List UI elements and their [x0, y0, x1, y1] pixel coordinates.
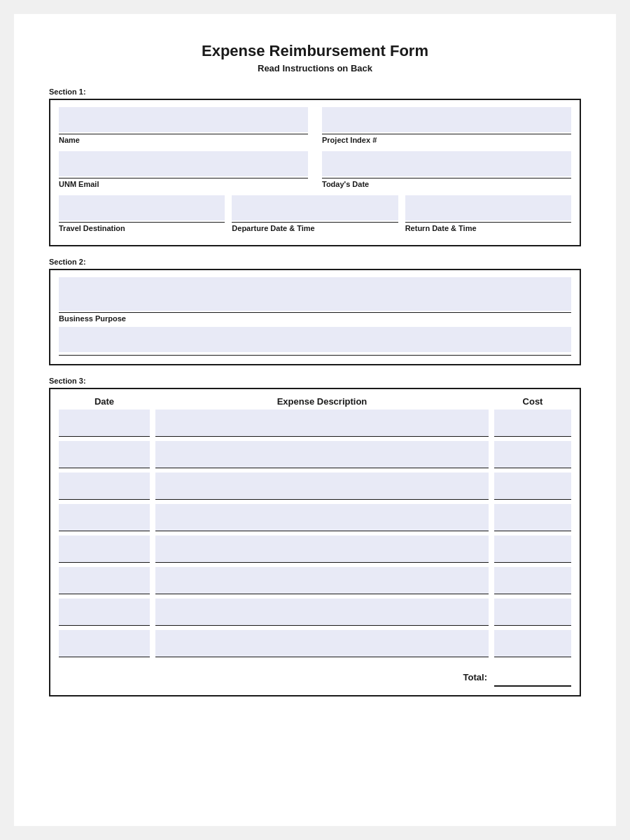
- section2-label: Section 2:: [49, 258, 581, 266]
- date-input[interactable]: [59, 567, 150, 594]
- unm-email-label: UNM Email: [59, 178, 308, 188]
- section1-label: Section 1:: [49, 88, 581, 96]
- description-input[interactable]: [155, 504, 489, 531]
- form-subtitle: Read Instructions on Back: [49, 63, 581, 74]
- section3-label: Section 3:: [49, 377, 581, 385]
- description-cell: [155, 410, 489, 441]
- todays-date-label: Today's Date: [322, 178, 571, 188]
- section2-box: Business Purpose: [49, 269, 581, 365]
- cost-input[interactable]: [494, 567, 571, 594]
- departure-label: Departure Date & Time: [232, 222, 398, 232]
- date-cell: [59, 598, 150, 630]
- business-purpose-label: Business Purpose: [59, 312, 571, 323]
- cost-input[interactable]: [494, 504, 571, 531]
- cost-input[interactable]: [494, 441, 571, 468]
- description-input[interactable]: [155, 536, 489, 562]
- name-input[interactable]: [59, 107, 308, 132]
- table-row: [59, 567, 571, 598]
- date-input[interactable]: [59, 536, 150, 562]
- total-label: Total:: [463, 672, 487, 682]
- date-input[interactable]: [59, 410, 150, 436]
- return-label: Return Date & Time: [405, 222, 571, 232]
- description-cell: [155, 472, 489, 504]
- cost-cell: [494, 536, 571, 567]
- section3-header: Date Expense Description Cost: [59, 396, 571, 407]
- table-row: [59, 504, 571, 536]
- return-field-group: Return Date & Time: [405, 195, 571, 237]
- date-cell: [59, 536, 150, 567]
- date-input[interactable]: [59, 504, 150, 531]
- cost-input[interactable]: [494, 536, 571, 562]
- cost-input[interactable]: [494, 630, 571, 657]
- date-cell: [59, 472, 150, 504]
- travel-destination-field-group: Travel Destination: [59, 195, 225, 237]
- business-purpose-input-bottom[interactable]: [59, 327, 571, 352]
- cost-input[interactable]: [494, 598, 571, 625]
- expense-description-header: Expense Description: [150, 396, 494, 407]
- description-cell: [155, 504, 489, 536]
- cost-input[interactable]: [494, 472, 571, 499]
- description-input[interactable]: [155, 472, 489, 499]
- table-row: [59, 536, 571, 567]
- section1-box: Name Project Index # UNM Email Today's D…: [49, 99, 581, 246]
- cost-input[interactable]: [494, 410, 571, 436]
- description-cell: [155, 441, 489, 472]
- cost-cell: [494, 410, 571, 441]
- travel-destination-label: Travel Destination: [59, 222, 225, 232]
- table-row: [59, 472, 571, 504]
- departure-input[interactable]: [232, 195, 398, 220]
- date-cell: [59, 410, 150, 441]
- table-row: [59, 441, 571, 472]
- travel-destination-input[interactable]: [59, 195, 225, 220]
- cost-header: Cost: [494, 396, 571, 407]
- total-row: Total:: [59, 667, 571, 687]
- description-input[interactable]: [155, 441, 489, 468]
- description-cell: [155, 630, 489, 662]
- date-cell: [59, 504, 150, 536]
- date-cell: [59, 441, 150, 472]
- table-row: [59, 410, 571, 441]
- cost-cell: [494, 441, 571, 472]
- form-title: Expense Reimbursement Form: [49, 42, 581, 60]
- date-input[interactable]: [59, 472, 150, 499]
- description-cell: [155, 567, 489, 598]
- project-index-input[interactable]: [322, 107, 571, 132]
- date-cell: [59, 630, 150, 662]
- business-purpose-input-top[interactable]: [59, 277, 571, 311]
- description-cell: [155, 598, 489, 630]
- section1-row3: Travel Destination Departure Date & Time…: [59, 195, 571, 237]
- name-field-group: Name: [59, 107, 308, 148]
- table-row: [59, 598, 571, 630]
- project-index-field-group: Project Index #: [322, 107, 571, 148]
- description-input[interactable]: [155, 630, 489, 657]
- unm-email-input[interactable]: [59, 151, 308, 176]
- section1-row2: UNM Email Today's Date: [59, 151, 571, 192]
- cost-cell: [494, 504, 571, 536]
- section2-inner: Business Purpose: [59, 277, 571, 356]
- cost-cell: [494, 630, 571, 662]
- cost-cell: [494, 598, 571, 630]
- description-input[interactable]: [155, 598, 489, 625]
- description-cell: [155, 536, 489, 567]
- date-cell: [59, 567, 150, 598]
- date-input[interactable]: [59, 441, 150, 468]
- cost-cell: [494, 472, 571, 504]
- expense-rows-container: [59, 410, 571, 662]
- todays-date-input[interactable]: [322, 151, 571, 176]
- todays-date-field-group: Today's Date: [322, 151, 571, 192]
- table-row: [59, 630, 571, 662]
- total-input[interactable]: [494, 667, 571, 687]
- project-index-label: Project Index #: [322, 134, 571, 144]
- section3-box: Date Expense Description Cost Total:: [49, 388, 581, 696]
- date-input[interactable]: [59, 598, 150, 625]
- unm-email-field-group: UNM Email: [59, 151, 308, 192]
- description-input[interactable]: [155, 410, 489, 436]
- departure-field-group: Departure Date & Time: [232, 195, 398, 237]
- date-header: Date: [59, 396, 150, 407]
- description-input[interactable]: [155, 567, 489, 594]
- date-input[interactable]: [59, 630, 150, 657]
- cost-cell: [494, 567, 571, 598]
- section1-row1: Name Project Index #: [59, 107, 571, 148]
- name-label: Name: [59, 134, 308, 144]
- return-input[interactable]: [405, 195, 571, 220]
